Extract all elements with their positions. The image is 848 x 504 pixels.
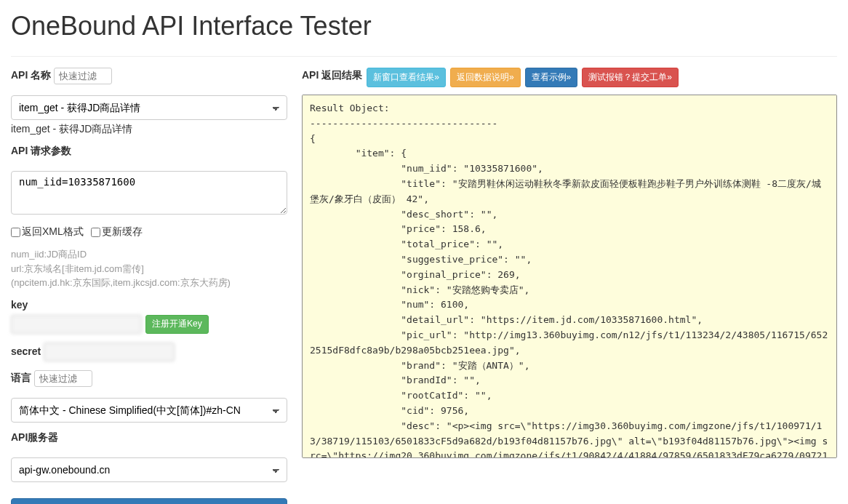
api-filter-input[interactable] — [54, 68, 112, 84]
result-header: API 返回结果 新窗口查看结果» 返回数据说明» 查看示例» 测试报错？提交工… — [302, 68, 837, 87]
api-select-subtext: item_get - 获得JD商品详情 — [11, 123, 287, 136]
example-button[interactable]: 查看示例» — [525, 68, 578, 87]
page-title: OneBound API Interface Tester — [11, 11, 837, 41]
main-container: API 名称 item_get - 获得JD商品详情 item_get - 获得… — [11, 68, 837, 504]
server-label: API服务器 — [11, 431, 58, 444]
lang-label: 语言 — [11, 372, 31, 385]
test-button[interactable]: 测试 — [11, 498, 287, 504]
newwindow-button[interactable]: 新窗口查看结果» — [367, 68, 446, 87]
api-name-label: API 名称 — [11, 69, 51, 82]
result-box[interactable]: Result Object: -------------------------… — [302, 95, 837, 458]
api-name-row: API 名称 — [11, 68, 287, 87]
server-select[interactable]: api-gw.onebound.cn — [11, 457, 287, 482]
xml-checkbox-wrap[interactable]: 返回XML格式 — [11, 225, 84, 239]
secret-input[interactable] — [44, 343, 175, 361]
cache-checkbox[interactable] — [91, 228, 100, 237]
register-key-button[interactable]: 注册开通Key — [145, 315, 209, 334]
xml-checkbox-label: 返回XML格式 — [22, 225, 84, 239]
help-line3: (npcitem.jd.hk:京东国际,item.jkcsjd.com:京东大药… — [11, 276, 287, 290]
lang-filter-input[interactable] — [34, 370, 92, 387]
divider — [11, 56, 837, 57]
right-panel: API 返回结果 新窗口查看结果» 返回数据说明» 查看示例» 测试报错？提交工… — [302, 68, 837, 504]
cache-checkbox-label: 更新缓存 — [102, 225, 143, 239]
cache-checkbox-wrap[interactable]: 更新缓存 — [91, 225, 143, 239]
report-button[interactable]: 测试报错？提交工单» — [582, 68, 679, 87]
result-label: API 返回结果 — [302, 69, 362, 82]
secret-label: secret — [11, 345, 41, 357]
key-input[interactable] — [11, 315, 142, 334]
api-select[interactable]: item_get - 获得JD商品详情 — [11, 95, 287, 120]
req-params-label: API 请求参数 — [11, 145, 71, 158]
help-text: num_iid:JD商品ID url:京东域名[非item.jd.com需传] … — [11, 247, 287, 290]
help-line2: url:京东域名[非item.jd.com需传] — [11, 262, 287, 276]
left-panel: API 名称 item_get - 获得JD商品详情 item_get - 获得… — [11, 68, 287, 504]
lang-select[interactable]: 简体中文 - Chinese Simplified(中文[简体])#zh-CN — [11, 398, 287, 423]
help-line1: num_iid:JD商品ID — [11, 247, 287, 262]
xml-checkbox[interactable] — [11, 228, 20, 237]
datadesc-button[interactable]: 返回数据说明» — [450, 68, 521, 87]
req-params-textarea[interactable] — [11, 171, 287, 215]
key-label: key — [11, 299, 28, 311]
